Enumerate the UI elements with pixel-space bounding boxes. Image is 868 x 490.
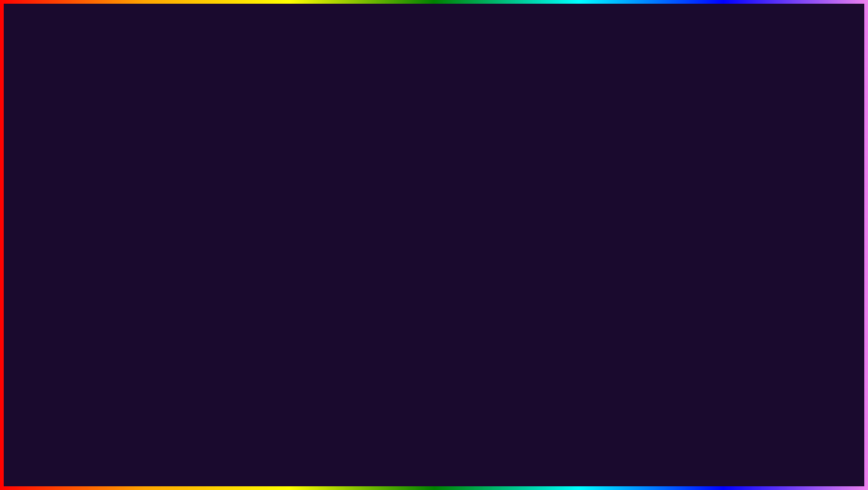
auto-reset-toggle[interactable]	[265, 236, 282, 244]
user-icon-right[interactable]: 👤	[538, 139, 548, 149]
auto-hydra-hop-row: Auto Hydra Seaking [Hop]	[373, 245, 466, 258]
use-skill-v-sub: Auto skill V	[471, 238, 496, 243]
left-col-right: Select Farm Type : Above « Distance 8	[190, 171, 283, 261]
settings-icon-right[interactable]: ⚙	[550, 139, 560, 149]
tab-main-right[interactable]: 🏠 Main	[370, 153, 419, 167]
auto-attack-seaking-toggle[interactable]	[448, 185, 465, 193]
use-skill-z-toggle[interactable]	[544, 185, 560, 193]
use-skill-c-row: Use Skill C Auto skill C	[469, 213, 562, 229]
auto-attack-hydra-label: Auto Attack Hydra Seaking	[375, 232, 438, 237]
auto-haki-label: Auto Haki	[192, 202, 215, 207]
king-logo-inner: 🐸 KING LEGACY	[761, 383, 840, 453]
android-label: ANDROID ✓	[18, 227, 195, 261]
auto-farm-level-row: Auto Farm Level Auto farm at current lev…	[94, 171, 188, 187]
bottom-title: AUTO FARM SCRIPT PASTEBIN	[0, 425, 868, 477]
use-skill-c-sub: Auto skill C	[471, 222, 497, 227]
use-skill-v-label: Use Skill V	[471, 232, 496, 237]
king-title: KING	[792, 424, 810, 432]
king-frog-emoji: 🐸	[785, 397, 816, 422]
auto-farm-level-label: Auto Farm Level	[96, 174, 135, 179]
use-skill-b-toggle[interactable]	[544, 248, 560, 256]
auto-use-skill-label: Auto Use Skill	[192, 251, 225, 257]
right-panel-header: ZEN HUB VERSION X - [UPDATE 4.66] King L…	[370, 136, 566, 153]
tab-ghostship-right[interactable]: ⛵ GhostShip	[419, 153, 468, 167]
auto-collect-chest-label: Auto Collect Chest Sea King	[375, 200, 442, 205]
auto-haki-sub: auto enable haki	[192, 208, 222, 213]
use-skill-x-toggle[interactable]	[544, 201, 560, 209]
mobile-label: MOBILE ✓	[18, 193, 195, 227]
auto-reset-row: Auto Reset (Safe Farm) auto reset after …	[190, 232, 283, 248]
auto-haki-toggle[interactable]	[265, 203, 282, 211]
auto-obs-haki-label: Auto Active Observation Haki	[192, 218, 261, 223]
auto-collect-chest-row: Auto Collect Chest Sea King Auto collect…	[373, 197, 466, 213]
script-pastebin-text: SCRIPT PASTEBIN	[428, 437, 717, 473]
auto-farm-level-sub: Auto farm at current level	[96, 180, 142, 185]
auto-collect-chest-sub: Auto collect chest	[375, 206, 442, 210]
use-skill-b-row: Use Skill B	[469, 245, 562, 258]
use-skill-x-sub: Auto skill X	[471, 206, 496, 210]
auto-attack-seaking-row: Auto Attack Sea king Auto attack sea kin…	[373, 181, 466, 197]
left-panel-header: ZEN HUB VERSION X - [UPDATE 4.66] King L…	[91, 136, 287, 153]
right-panel-tabs: 🏠 Main ⛵ GhostShip 🌊 Sea King 📊 Stats	[370, 153, 566, 168]
use-skill-b-label: Use Skill B	[471, 249, 497, 254]
auto-attack-hydra-toggle[interactable]	[448, 233, 465, 241]
use-skill-c-label: Use Skill C	[471, 216, 497, 221]
auto-haki-row: Auto Haki auto enable haki	[190, 199, 283, 215]
auto-farm-level-toggle[interactable]	[170, 175, 186, 183]
auto-reset-label: Auto Reset (Safe Farm)	[192, 234, 247, 240]
distance-slider[interactable]	[192, 195, 282, 196]
settings-icon[interactable]: ⚙	[272, 139, 282, 149]
select-farm-type-label: Select Farm Type : Above	[194, 176, 246, 181]
tab-main-left[interactable]: 🏠 Main	[91, 153, 140, 167]
auto-attack-hydra-sub: Auto attack hydra seaking	[375, 238, 438, 242]
auto-reset-sub: auto reset after quest completed	[192, 241, 250, 245]
left-panel-icons: 👤 ⚙	[259, 139, 282, 149]
use-skill-c-toggle[interactable]	[544, 217, 560, 225]
main-title: KING LEGACY	[0, 9, 868, 81]
use-skill-z-sub: Auto skill Z	[471, 190, 496, 194]
select-farm-type-chevron: «	[277, 176, 279, 181]
distance-row: Distance 8	[190, 185, 283, 199]
right-panel-title: ZEN HUB VERSION X - [UPDATE 4.66] King L…	[375, 141, 517, 148]
tab-seaking-right[interactable]: 🌊 Sea King	[468, 153, 517, 167]
king-logo-box: 🐸 KING LEGACY	[760, 382, 841, 454]
glow-right	[778, 90, 868, 270]
distance-thumb	[244, 193, 249, 198]
user-icon[interactable]: 👤	[259, 139, 269, 149]
auto-use-skill-row: Auto Use Skill	[190, 248, 283, 261]
auto-attack-hydra-row: Auto Attack Hydra Seaking Auto attack hy…	[373, 229, 466, 245]
right-col-right: Auto Use Skill Use Skill Z Auto skill Z …	[469, 171, 562, 258]
platform-labels: MOBILE ✓ ANDROID ✓	[18, 193, 195, 261]
auto-obs-haki-row: Auto Active Observation Haki auto enable…	[190, 215, 283, 232]
auto-attack-seaking-label: Auto Attack Sea king	[375, 183, 425, 189]
use-skill-z-row: Use Skill Z Auto skill Z	[469, 181, 562, 197]
use-skill-x-label: Use Skill X	[471, 200, 496, 205]
hydra-section: Hydra Seaking	[373, 213, 466, 223]
auto-hydra-hop-label: Auto Hydra Seaking [Hop]	[375, 249, 436, 254]
use-skill-z-label: Use Skill Z	[471, 183, 496, 189]
distance-fill	[192, 195, 246, 196]
tab-stats-left[interactable]: 📊 Stats	[238, 153, 287, 167]
tab-seaking-left[interactable]: 🌊 Sea King	[189, 153, 238, 167]
auto-hydra-hop-toggle[interactable]	[448, 247, 465, 255]
auto-use-skill-section: Auto Use Skill	[469, 171, 562, 181]
right-panel-body: Sea King Auto Attack Sea king Auto attac…	[370, 168, 566, 262]
left-panel-title: ZEN HUB VERSION X - [UPDATE 4.66] King L…	[96, 141, 238, 148]
left-panel-tabs: 🏠 Main ⛵ GhostShip 🌊 Sea King 📊 Stats	[91, 153, 287, 168]
tab-stats-right[interactable]: 📊 Stats	[517, 153, 566, 167]
use-skill-x-row: Use Skill X Auto skill X	[469, 197, 562, 213]
sea-king-section: Sea King	[373, 171, 466, 181]
auto-collect-chest-toggle[interactable]	[448, 201, 465, 209]
auto-obs-haki-toggle[interactable]	[265, 219, 282, 227]
select-farm-type-dropdown[interactable]: Select Farm Type : Above «	[190, 173, 283, 183]
auto-obs-haki-sub: auto enable observation haki	[192, 224, 261, 229]
right-panel-icons: 👤 ⚙	[538, 139, 560, 149]
auto-attack-seaking-sub: Auto attack sea king	[375, 190, 425, 194]
distance-value: 8	[279, 187, 282, 193]
distance-label: Distance	[192, 187, 213, 193]
king-subtitle: LEGACY	[788, 432, 813, 439]
auto-farm-text: AUTO FARM	[151, 425, 417, 476]
auto-use-skill-toggle[interactable]	[265, 250, 282, 258]
tab-ghostship-left[interactable]: ⛵ GhostShip	[140, 153, 189, 167]
use-skill-v-toggle[interactable]	[544, 233, 560, 241]
